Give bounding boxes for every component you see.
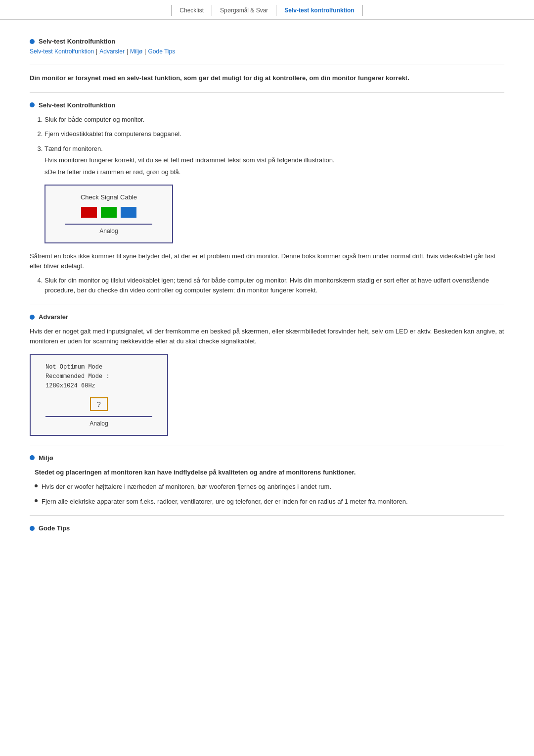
step4-list: Sluk for din monitor og tilslut videokab…	[44, 276, 504, 295]
divider-1	[30, 92, 504, 93]
section-godetips: Gode Tips	[30, 524, 504, 532]
section3-dot-icon	[30, 455, 35, 460]
bullet-item-2: Fjern alle elekriske apparater som f.eks…	[35, 497, 504, 507]
red-block	[81, 207, 97, 218]
blue-block	[121, 207, 136, 218]
step-1: Sluk for både computer og monitor.	[44, 115, 504, 125]
signal-box-container: Check Signal Cable Analog	[44, 185, 504, 243]
advarsler-paragraph: Hvis der er noget galt med inputsignalet…	[30, 327, 504, 346]
section-advarsler: Advarsler Hvis der er noget galt med inp…	[30, 313, 504, 436]
section4-heading-row: Gode Tips	[30, 524, 504, 532]
sub-nav-selvtest[interactable]: Selv-test Kontrolfunktion	[30, 48, 94, 55]
signal-color-blocks	[65, 207, 152, 218]
miljo-intro: Stedet og placeringen af monitoren kan h…	[35, 468, 504, 477]
intro-text: Din monitor er forsynet med en selv-test…	[30, 73, 504, 83]
step-3-sub1: Hvis monitoren fungerer korrekt, vil du …	[44, 155, 504, 165]
sub-nav-miljo[interactable]: Miljø	[130, 48, 142, 55]
section4-dot-icon	[30, 526, 35, 531]
signal-box-title: Check Signal Cable	[65, 193, 152, 201]
divider-top	[30, 64, 504, 64]
sub-nav-godetips[interactable]: Gode Tips	[148, 48, 175, 55]
top-navigation: Checklist Spørgsmål & Svar Selv-test kon…	[0, 0, 534, 20]
bullet-dot-2-icon	[35, 499, 38, 502]
step-3-sub2: sDe tre felter inde i rammen er rød, grø…	[44, 167, 504, 177]
page-title-row: Selv-test Kontrolfunktion	[30, 38, 504, 45]
sub-navigation: Selv-test Kontrolfunktion | Advarsler | …	[30, 48, 504, 55]
section3-heading: Miljø	[39, 454, 53, 462]
section-selvtest: Selv-test Kontrolfunktion Sluk for både …	[30, 101, 504, 295]
section-miljo: Miljø Stedet og placeringen af monitoren…	[30, 454, 504, 507]
green-block	[101, 207, 117, 218]
warning-box-footer: Analog	[45, 416, 152, 427]
warning-line2: Recommended Mode :	[45, 372, 152, 381]
page-title: Selv-test Kontrolfunktion	[39, 38, 115, 45]
warning-box-container: Not Optimum Mode Recommended Mode : 1280…	[30, 354, 504, 436]
blue-dot-icon	[30, 39, 35, 44]
warning-question-box: ?	[90, 397, 108, 411]
sub-nav-advarsler[interactable]: Advarsler	[99, 48, 125, 55]
warning-box: Not Optimum Mode Recommended Mode : 1280…	[30, 354, 168, 436]
section2-heading-row: Advarsler	[30, 313, 504, 321]
nav-selvtest[interactable]: Selv-test kontrolfunktion	[276, 5, 362, 16]
section2-heading: Advarsler	[39, 313, 68, 321]
nav-qa[interactable]: Spørgsmål & Svar	[212, 5, 276, 16]
steps-list: Sluk for både computer og monitor. Fjern…	[44, 115, 504, 177]
miljo-bullet-list: Hvis der er woofer højttalere i nærheden…	[35, 482, 504, 506]
step-4: Sluk for din monitor og tilslut videokab…	[44, 276, 504, 295]
signal-box-footer: Analog	[65, 224, 152, 235]
divider-4	[30, 515, 504, 516]
section1-dot-icon	[30, 102, 35, 107]
signal-box: Check Signal Cable Analog	[44, 185, 173, 243]
after-box-text1: Såfremt en boks ikke kommer til syne bet…	[30, 251, 504, 271]
section3-heading-row: Miljø	[30, 454, 504, 462]
bullet-dot-1-icon	[35, 484, 38, 487]
section1-heading-row: Selv-test Kontrolfunktion	[30, 101, 504, 109]
step-3: Tænd for monitoren. Hvis monitoren funge…	[44, 144, 504, 177]
bullet-text-1: Hvis der er woofer højttalere i nærheden…	[42, 482, 331, 492]
main-content: Selv-test Kontrolfunktion Selv-test Kont…	[0, 20, 534, 558]
section2-dot-icon	[30, 315, 35, 320]
warning-line1: Not Optimum Mode	[45, 363, 152, 372]
nav-checklist[interactable]: Checklist	[171, 5, 212, 16]
bullet-item-1: Hvis der er woofer højttalere i nærheden…	[35, 482, 504, 492]
step-2: Fjern videostikkablet fra computerens ba…	[44, 129, 504, 139]
warning-box-text: Not Optimum Mode Recommended Mode : 1280…	[45, 363, 152, 391]
section1-heading: Selv-test Kontrolfunktion	[39, 101, 115, 109]
section4-heading: Gode Tips	[39, 524, 70, 532]
divider-3	[30, 445, 504, 445]
divider-2	[30, 304, 504, 304]
warning-line3: 1280x1024 60Hz	[45, 381, 152, 391]
bullet-text-2: Fjern alle elekriske apparater som f.eks…	[42, 497, 408, 507]
